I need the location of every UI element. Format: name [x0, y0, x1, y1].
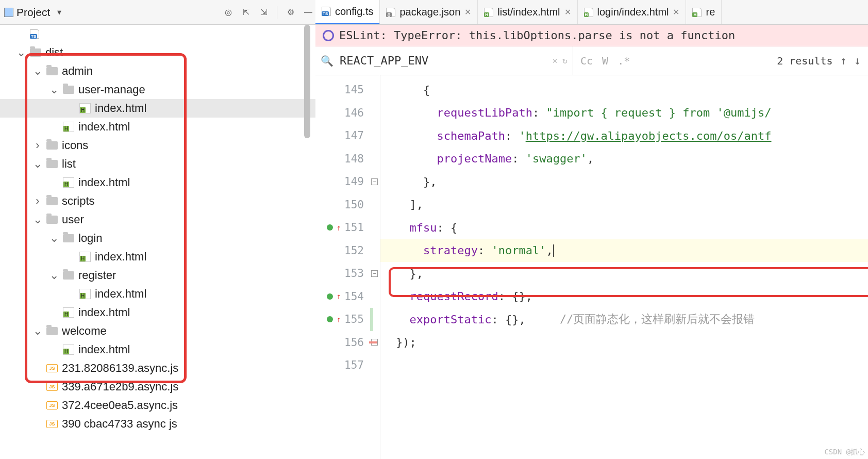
editor-tab[interactable]: {}package.json✕ [380, 0, 478, 25]
chevron-down-icon[interactable]: ⌄ [33, 213, 42, 226]
search-input[interactable] [339, 54, 547, 68]
tree-row[interactable]: ›scripts [0, 192, 315, 210]
whole-word-btn[interactable]: W [602, 55, 608, 67]
tab-label: list/index.html [497, 6, 560, 18]
tree-row[interactable]: ⌄login [0, 229, 315, 248]
expand-all-icon[interactable]: ⇱ [239, 5, 253, 20]
html-file-icon [63, 122, 74, 132]
next-match-icon[interactable]: ↓ [854, 54, 861, 67]
chevron-down-icon[interactable]: ⌄ [33, 324, 42, 338]
chevron-down-icon[interactable]: ⌄ [49, 269, 59, 282]
eslint-banner[interactable]: ESLint: TypeError: this.libOptions.parse… [315, 25, 868, 46]
tree-label: welcome [62, 324, 107, 338]
tree-row[interactable]: index.html [0, 285, 315, 303]
tree-row[interactable]: index.html [0, 340, 315, 359]
code-line[interactable] [380, 354, 868, 377]
chevron-down-icon[interactable]: ⌄ [33, 64, 42, 78]
code-line[interactable]: ], [380, 193, 868, 217]
code-line[interactable]: mfsu: { [380, 216, 868, 239]
tree-label: user-manage [78, 83, 145, 96]
tree-row[interactable]: ⌄dist [0, 43, 315, 62]
tree-row[interactable]: ⌄user-manage [0, 80, 315, 99]
clear-icon[interactable]: ✕ [553, 56, 558, 65]
tree-row[interactable]: JS231.82086139.async.js [0, 359, 315, 378]
code-line[interactable]: exportStatic: {}, //页面静态化，这样刷新后就不会报错 [380, 308, 868, 331]
collapse-all-icon[interactable]: ⇲ [256, 5, 271, 20]
watermark: CSDN @抓心 [824, 448, 865, 457]
arrow-up-icon: ↑ [336, 315, 341, 324]
code-line[interactable]: projectName: 'swagger', [380, 147, 868, 171]
tree-row[interactable]: JS372.4cee0ea5.async.js [0, 396, 315, 415]
tree-row[interactable]: index.html [0, 303, 315, 322]
code-line[interactable]: schemaPath: 'https://gw.alipayobjects.co… [380, 124, 868, 147]
arrow-up-icon: ↑ [336, 291, 341, 301]
tree-row[interactable]: ⌄admin [0, 62, 315, 80]
close-icon[interactable]: ✕ [464, 7, 471, 17]
tab-label: login/index.html [597, 6, 669, 18]
chevron-right-icon[interactable]: › [33, 139, 42, 152]
tree-label: index.html [78, 306, 130, 319]
line-number: 147 [344, 129, 364, 142]
editor-tab[interactable]: Hlist/index.html✕ [478, 0, 577, 25]
fold-icon[interactable]: − [371, 270, 378, 277]
line-number: 155 [344, 313, 364, 325]
tree-label: index.html [95, 287, 146, 301]
hide-icon[interactable]: — [301, 5, 315, 20]
html-file-icon [63, 307, 74, 318]
tree-row[interactable]: index.html [0, 99, 315, 118]
chevron-down-icon[interactable]: ⌄ [33, 157, 42, 171]
html-file-icon: H [584, 8, 593, 17]
code-content[interactable]: { requestLibPath: "import { request } fr… [380, 75, 868, 459]
html-file-icon: H [692, 8, 702, 17]
project-panel-header: Project ▾ ◎ ⇱ ⇲ ⚙ — [0, 0, 315, 25]
tree-row[interactable]: TS [0, 25, 315, 43]
close-icon[interactable]: ✕ [564, 7, 571, 17]
tree-row[interactable]: ⌄register [0, 266, 315, 285]
project-tool-icon [4, 8, 13, 17]
regex-btn[interactable]: .* [617, 55, 630, 67]
scrollbar[interactable] [304, 25, 310, 138]
history-icon[interactable]: ↻ [562, 56, 567, 65]
results-count: 2 results [777, 55, 832, 67]
html-file-icon [79, 103, 91, 113]
chevron-down-icon[interactable]: ▾ [57, 7, 61, 17]
folder-icon [63, 271, 74, 280]
tree-row[interactable]: ⌄user [0, 210, 315, 229]
prev-match-icon[interactable]: ↑ [840, 54, 847, 67]
ts-file-icon: TS [322, 7, 331, 16]
chevron-down-icon[interactable]: ⌄ [16, 46, 26, 59]
tree-row[interactable]: index.html [0, 248, 315, 266]
tree-row[interactable]: ›icons [0, 136, 315, 155]
tree-row[interactable]: index.html [0, 118, 315, 136]
tree-row[interactable]: index.html [0, 173, 315, 192]
folder-icon [63, 234, 74, 242]
tree-label: list [62, 157, 76, 171]
tree-row[interactable]: ⌄list [0, 155, 315, 173]
code-line[interactable]: }, [380, 170, 868, 193]
code-line[interactable]: }, [380, 262, 868, 285]
tree-row[interactable]: JS339.a671e2b9.async.js [0, 378, 315, 396]
chevron-down-icon[interactable]: ⌄ [49, 83, 59, 96]
code-line[interactable]: requestLibPath: "import { request } from… [380, 102, 868, 125]
editor-tab[interactable]: Hre [686, 0, 722, 25]
tab-label: config.ts [335, 6, 373, 18]
chevron-down-icon[interactable]: ⌄ [49, 232, 59, 245]
editor-tab[interactable]: TSconfig.ts [315, 0, 380, 25]
close-icon[interactable]: ✕ [673, 7, 679, 17]
project-tree: TS⌄dist⌄admin⌄user-manageindex.htmlindex… [0, 25, 315, 459]
project-title[interactable]: Project [16, 6, 50, 19]
gear-icon[interactable]: ⚙ [283, 5, 298, 20]
code-line[interactable]: }); [380, 331, 868, 354]
tree-row[interactable]: JS390 cbac4733 async js [0, 415, 315, 433]
select-opened-icon[interactable]: ◎ [221, 5, 236, 20]
line-number: 154 [344, 290, 364, 303]
line-number: 146 [344, 107, 364, 119]
fold-icon[interactable]: − [371, 178, 378, 185]
editor-tab[interactable]: Hlogin/index.html✕ [578, 0, 687, 25]
code-line[interactable]: requestRecord: {}, [380, 285, 868, 308]
code-line[interactable]: strategy: 'normal', [380, 239, 868, 263]
tree-row[interactable]: ⌄welcome [0, 322, 315, 340]
chevron-right-icon[interactable]: › [33, 194, 42, 208]
code-line[interactable]: { [380, 78, 868, 102]
match-case-btn[interactable]: Cc [580, 55, 593, 67]
